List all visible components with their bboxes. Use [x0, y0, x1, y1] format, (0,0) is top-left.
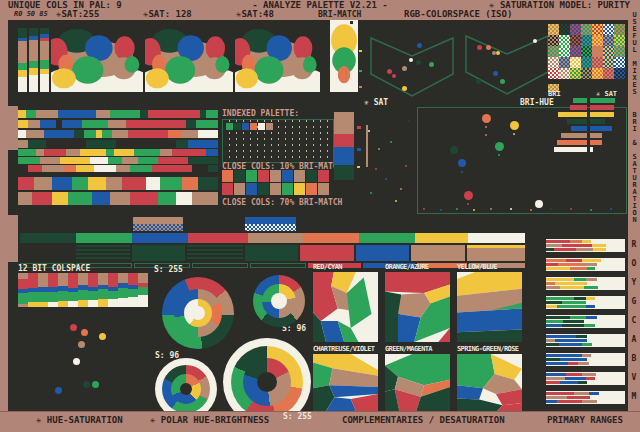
segment [356, 245, 410, 261]
rect [133, 217, 183, 224]
band-segment [546, 240, 570, 243]
comp-panel-green-magenta [385, 354, 450, 411]
band-segment [595, 297, 625, 300]
swatch [222, 170, 233, 182]
band-segment [574, 297, 586, 300]
dot [473, 209, 475, 211]
segment [18, 77, 27, 92]
bar [567, 119, 587, 124]
band-segment [601, 259, 625, 262]
band-segment [574, 278, 586, 281]
band-segment [546, 335, 576, 338]
segment [138, 273, 148, 283]
rect [357, 166, 360, 168]
range-group [546, 296, 625, 309]
band-segment [562, 324, 584, 327]
swatch [592, 57, 603, 68]
color-blob-chart-side [330, 20, 358, 92]
swatch-row [548, 68, 625, 79]
range-group [546, 353, 625, 366]
segment [90, 157, 108, 164]
strip-row-l50 [18, 140, 218, 148]
band-segment [565, 377, 586, 380]
segment [176, 192, 192, 205]
segment [182, 130, 198, 138]
segment [102, 130, 112, 138]
swatch-row-wide-1 [18, 177, 218, 190]
strip-row-extra-3 [18, 165, 218, 172]
swatch [282, 170, 293, 182]
rect [357, 148, 361, 151]
swatch [234, 123, 241, 130]
bri-bars-label: BRI [548, 91, 561, 98]
swatch [548, 35, 559, 46]
swatch [559, 46, 570, 57]
dot [500, 79, 505, 84]
band-segment [597, 400, 625, 403]
dot [461, 171, 463, 173]
band-segment [586, 301, 626, 304]
band-segment [586, 297, 595, 300]
dot [370, 192, 372, 194]
swatch [266, 123, 273, 130]
band-segment [584, 324, 595, 327]
band-segment [587, 358, 625, 361]
dot [458, 159, 466, 167]
segment [206, 110, 218, 118]
swatch [234, 183, 245, 195]
segment [80, 149, 106, 156]
segment [29, 28, 38, 36]
segment [118, 288, 128, 298]
band-strip [546, 343, 625, 346]
sat-48-label: ✳SAT:48 [236, 10, 274, 19]
segment [18, 177, 34, 190]
segment [28, 140, 46, 148]
band-strip [546, 240, 625, 243]
dot [476, 79, 481, 84]
band-segment [546, 400, 557, 403]
primary-range-letters: ROYGCABVM [628, 240, 640, 411]
segment [52, 192, 68, 205]
swatch [603, 68, 614, 79]
band-segment [546, 248, 554, 251]
indexed-palette-label: INDEXED PALETTE: [222, 110, 299, 118]
segment [88, 291, 98, 301]
segment [188, 233, 247, 243]
swatch [570, 35, 581, 46]
blob [52, 68, 76, 88]
dot [510, 121, 519, 130]
segment [48, 273, 58, 287]
segment [108, 157, 122, 164]
band-segment [578, 362, 589, 365]
range-group [546, 391, 625, 404]
segment [146, 177, 160, 190]
bar [590, 119, 605, 124]
strip-row-extra-1 [18, 149, 218, 156]
dot [81, 329, 88, 336]
segment [84, 130, 96, 138]
segment [160, 177, 182, 190]
dot [55, 387, 62, 394]
range-group [546, 239, 625, 252]
segment [62, 120, 82, 128]
segment [176, 140, 188, 148]
swatch [226, 123, 233, 130]
band-segment [582, 343, 591, 346]
color-blob-chart-3 [235, 28, 320, 92]
range-letter: O [628, 259, 640, 278]
blob [125, 56, 140, 72]
ring [180, 383, 192, 395]
swatch [614, 57, 625, 68]
segment [208, 165, 218, 172]
dot [416, 60, 421, 65]
bar [558, 112, 587, 117]
band-segment [582, 259, 602, 262]
footer-bar: ✳ HUE-SATURATION ✳ POLAR HUE-BRIGHTNESS … [0, 412, 640, 432]
comp-label-chartreuse-violet: CHARTREUSE/VIOLET [313, 346, 374, 353]
polygon [347, 278, 372, 328]
dot [405, 165, 407, 167]
segment [18, 279, 28, 289]
blob [338, 66, 350, 83]
rect [133, 224, 183, 231]
range-letter: M [628, 392, 640, 411]
